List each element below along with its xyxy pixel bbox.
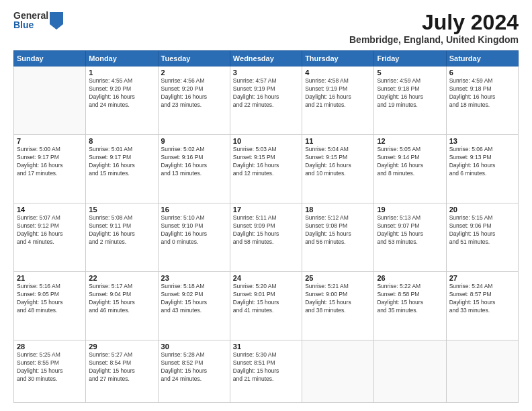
day-number: 24 — [233, 274, 299, 282]
calendar-week-row: 28Sunrise: 5:25 AMSunset: 8:55 PMDayligh… — [14, 340, 519, 403]
table-row: 13Sunrise: 5:06 AMSunset: 9:13 PMDayligh… — [446, 135, 518, 203]
day-number: 1 — [89, 68, 154, 77]
header-saturday: Saturday — [446, 51, 518, 66]
day-number: 12 — [377, 137, 443, 145]
day-number: 15 — [89, 205, 154, 214]
day-info: Sunrise: 5:08 AMSunset: 9:11 PMDaylight:… — [89, 214, 154, 246]
location-title: Bembridge, England, United Kingdom — [349, 34, 519, 45]
day-info: Sunrise: 4:59 AMSunset: 9:18 PMDaylight:… — [377, 77, 443, 109]
logo-blue: Blue — [13, 20, 48, 30]
logo: General Blue — [13, 11, 63, 30]
day-number: 19 — [377, 205, 443, 214]
table-row: 20Sunrise: 5:15 AMSunset: 9:06 PMDayligh… — [446, 203, 518, 272]
day-info: Sunrise: 4:55 AMSunset: 9:20 PMDaylight:… — [89, 77, 154, 109]
day-info: Sunrise: 5:01 AMSunset: 9:17 PMDaylight:… — [89, 146, 154, 178]
calendar-week-row: 7Sunrise: 5:00 AMSunset: 9:17 PMDaylight… — [14, 135, 519, 203]
table-row: 9Sunrise: 5:02 AMSunset: 9:16 PMDaylight… — [158, 135, 230, 203]
calendar-table: Sunday Monday Tuesday Wednesday Thursday… — [13, 50, 519, 403]
day-number: 9 — [161, 137, 227, 145]
table-row — [14, 66, 86, 135]
calendar-week-row: 14Sunrise: 5:07 AMSunset: 9:12 PMDayligh… — [14, 203, 519, 272]
day-number: 18 — [305, 205, 371, 214]
day-info: Sunrise: 5:15 AMSunset: 9:06 PMDaylight:… — [449, 214, 515, 246]
calendar-week-row: 1Sunrise: 4:55 AMSunset: 9:20 PMDaylight… — [14, 66, 519, 135]
day-number: 3 — [233, 68, 299, 77]
day-number: 7 — [17, 137, 83, 145]
day-number: 25 — [305, 274, 371, 282]
day-info: Sunrise: 5:05 AMSunset: 9:14 PMDaylight:… — [377, 146, 443, 178]
day-number: 26 — [377, 274, 443, 282]
calendar-week-row: 21Sunrise: 5:16 AMSunset: 9:05 PMDayligh… — [14, 272, 519, 340]
day-info: Sunrise: 5:11 AMSunset: 9:09 PMDaylight:… — [233, 214, 299, 246]
table-row: 1Sunrise: 4:55 AMSunset: 9:20 PMDaylight… — [86, 66, 158, 135]
header-tuesday: Tuesday — [158, 51, 230, 66]
day-info: Sunrise: 5:17 AMSunset: 9:04 PMDaylight:… — [89, 283, 154, 315]
table-row: 7Sunrise: 5:00 AMSunset: 9:17 PMDaylight… — [14, 135, 86, 203]
header-thursday: Thursday — [302, 51, 374, 66]
table-row: 8Sunrise: 5:01 AMSunset: 9:17 PMDaylight… — [86, 135, 158, 203]
header-monday: Monday — [86, 51, 158, 66]
header-wednesday: Wednesday — [230, 51, 302, 66]
table-row: 6Sunrise: 4:59 AMSunset: 9:18 PMDaylight… — [446, 66, 518, 135]
day-info: Sunrise: 4:57 AMSunset: 9:19 PMDaylight:… — [233, 77, 299, 109]
day-info: Sunrise: 5:28 AMSunset: 8:52 PMDaylight:… — [161, 351, 227, 383]
svg-marker-0 — [50, 12, 63, 30]
day-info: Sunrise: 5:04 AMSunset: 9:15 PMDaylight:… — [305, 146, 371, 178]
day-number: 14 — [17, 205, 83, 214]
day-number: 13 — [449, 137, 515, 145]
table-row: 16Sunrise: 5:10 AMSunset: 9:10 PMDayligh… — [158, 203, 230, 272]
logo-icon — [50, 12, 63, 30]
day-info: Sunrise: 5:00 AMSunset: 9:17 PMDaylight:… — [17, 146, 83, 178]
day-info: Sunrise: 4:59 AMSunset: 9:18 PMDaylight:… — [449, 77, 515, 109]
day-info: Sunrise: 5:12 AMSunset: 9:08 PMDaylight:… — [305, 214, 371, 246]
day-number: 22 — [89, 274, 154, 282]
day-info: Sunrise: 5:25 AMSunset: 8:55 PMDaylight:… — [17, 351, 83, 383]
table-row: 26Sunrise: 5:22 AMSunset: 8:58 PMDayligh… — [374, 272, 446, 340]
title-section: July 2024 Bembridge, England, United Kin… — [349, 11, 519, 45]
day-info: Sunrise: 5:27 AMSunset: 8:54 PMDaylight:… — [89, 351, 154, 383]
month-year-title: July 2024 — [349, 11, 519, 34]
header-friday: Friday — [374, 51, 446, 66]
table-row: 10Sunrise: 5:03 AMSunset: 9:15 PMDayligh… — [230, 135, 302, 203]
table-row: 11Sunrise: 5:04 AMSunset: 9:15 PMDayligh… — [302, 135, 374, 203]
page: General Blue July 2024 Bembridge, Englan… — [0, 0, 532, 411]
day-number: 29 — [89, 342, 154, 351]
day-info: Sunrise: 5:20 AMSunset: 9:01 PMDaylight:… — [233, 283, 299, 315]
day-info: Sunrise: 4:58 AMSunset: 9:19 PMDaylight:… — [305, 77, 371, 109]
day-info: Sunrise: 4:56 AMSunset: 9:20 PMDaylight:… — [161, 77, 227, 109]
table-row: 19Sunrise: 5:13 AMSunset: 9:07 PMDayligh… — [374, 203, 446, 272]
header: General Blue July 2024 Bembridge, Englan… — [13, 11, 519, 45]
day-info: Sunrise: 5:03 AMSunset: 9:15 PMDaylight:… — [233, 146, 299, 178]
header-sunday: Sunday — [14, 51, 86, 66]
day-info: Sunrise: 5:30 AMSunset: 8:51 PMDaylight:… — [233, 351, 299, 383]
table-row: 15Sunrise: 5:08 AMSunset: 9:11 PMDayligh… — [86, 203, 158, 272]
day-number: 31 — [233, 342, 299, 351]
day-info: Sunrise: 5:16 AMSunset: 9:05 PMDaylight:… — [17, 283, 83, 315]
day-info: Sunrise: 5:10 AMSunset: 9:10 PMDaylight:… — [161, 214, 227, 246]
day-info: Sunrise: 5:13 AMSunset: 9:07 PMDaylight:… — [377, 214, 443, 246]
day-number: 6 — [449, 68, 515, 77]
table-row: 17Sunrise: 5:11 AMSunset: 9:09 PMDayligh… — [230, 203, 302, 272]
day-number: 8 — [89, 137, 154, 145]
calendar-header-row: Sunday Monday Tuesday Wednesday Thursday… — [14, 51, 519, 66]
day-number: 23 — [161, 274, 227, 282]
logo-general: General — [13, 11, 48, 20]
table-row: 22Sunrise: 5:17 AMSunset: 9:04 PMDayligh… — [86, 272, 158, 340]
table-row: 2Sunrise: 4:56 AMSunset: 9:20 PMDaylight… — [158, 66, 230, 135]
day-info: Sunrise: 5:02 AMSunset: 9:16 PMDaylight:… — [161, 146, 227, 178]
table-row: 12Sunrise: 5:05 AMSunset: 9:14 PMDayligh… — [374, 135, 446, 203]
table-row: 18Sunrise: 5:12 AMSunset: 9:08 PMDayligh… — [302, 203, 374, 272]
table-row: 14Sunrise: 5:07 AMSunset: 9:12 PMDayligh… — [14, 203, 86, 272]
day-number: 16 — [161, 205, 227, 214]
table-row — [446, 340, 518, 403]
table-row: 31Sunrise: 5:30 AMSunset: 8:51 PMDayligh… — [230, 340, 302, 403]
day-number: 2 — [161, 68, 227, 77]
table-row: 23Sunrise: 5:18 AMSunset: 9:02 PMDayligh… — [158, 272, 230, 340]
day-info: Sunrise: 5:21 AMSunset: 9:00 PMDaylight:… — [305, 283, 371, 315]
day-number: 11 — [305, 137, 371, 145]
day-info: Sunrise: 5:22 AMSunset: 8:58 PMDaylight:… — [377, 283, 443, 315]
day-number: 30 — [161, 342, 227, 351]
table-row: 25Sunrise: 5:21 AMSunset: 9:00 PMDayligh… — [302, 272, 374, 340]
table-row: 28Sunrise: 5:25 AMSunset: 8:55 PMDayligh… — [14, 340, 86, 403]
table-row: 21Sunrise: 5:16 AMSunset: 9:05 PMDayligh… — [14, 272, 86, 340]
